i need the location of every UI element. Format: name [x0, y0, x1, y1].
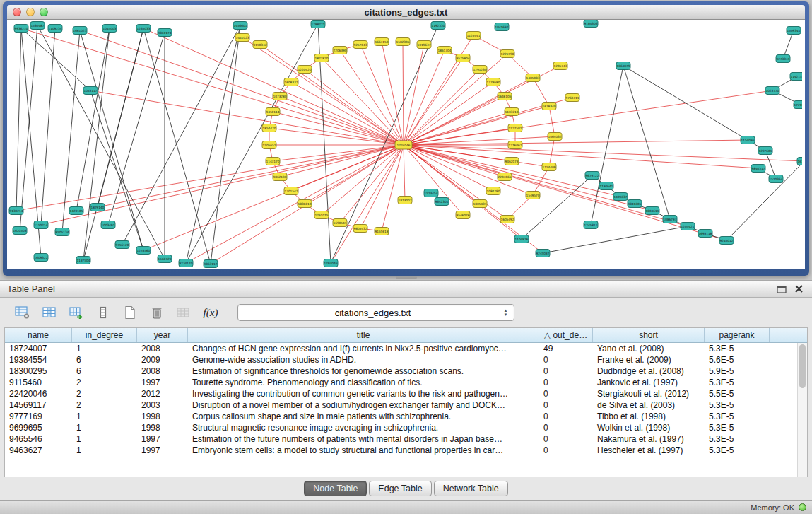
network-hub-node[interactable]: 1724046: [395, 141, 412, 149]
network-node[interactable]: 9245012: [719, 237, 734, 245]
network-node[interactable]: 1297601: [758, 147, 772, 155]
network-node[interactable]: 1245811: [584, 221, 598, 229]
table-import-icon[interactable]: [66, 303, 86, 322]
network-node[interactable]: 1137504: [76, 257, 90, 264]
tab-edge-table[interactable]: Edge Table: [369, 481, 431, 496]
network-node[interactable]: 1788221: [311, 21, 325, 28]
network-node[interactable]: 9234170: [179, 259, 193, 267]
network-node[interactable]: 1513454: [424, 189, 438, 197]
network-node[interactable]: 1693118: [698, 230, 712, 238]
column-header-name[interactable]: name: [5, 328, 72, 342]
network-node[interactable]: 1265033: [136, 25, 151, 33]
network-node[interactable]: 1184641: [599, 182, 613, 190]
network-node[interactable]: 1841692: [495, 23, 509, 31]
network-window-titlebar[interactable]: citations_edges.txt: [7, 5, 805, 20]
network-node[interactable]: 1582305: [396, 38, 410, 46]
network-node[interactable]: 9184306: [584, 20, 598, 28]
column-header-short[interactable]: short: [593, 328, 705, 342]
network-node[interactable]: 1019637: [417, 41, 431, 49]
column-header-year[interactable]: year: [137, 328, 188, 342]
network-node[interactable]: 9257043: [353, 41, 367, 49]
network-node[interactable]: 1073280: [273, 93, 287, 100]
network-node[interactable]: 1064032: [548, 133, 562, 141]
network-node[interactable]: 1104926: [514, 235, 529, 243]
network-selector-dropdown[interactable]: citations_edges.txt ▲▼: [237, 304, 514, 321]
network-node[interactable]: 1661023: [73, 27, 87, 35]
network-node[interactable]: 9150342: [253, 41, 267, 49]
float-panel-icon[interactable]: [775, 283, 788, 296]
network-node[interactable]: 1677520: [797, 158, 802, 165]
function-builder-icon[interactable]: f(x): [201, 303, 220, 322]
table-row[interactable]: 1938455462009Genome-wide association stu…: [5, 354, 807, 366]
network-node[interactable]: 1861304: [437, 47, 452, 54]
network-node[interactable]: 1509341: [787, 27, 801, 35]
network-node[interactable]: 9462073: [505, 158, 519, 165]
network-node[interactable]: 9679122: [585, 172, 599, 180]
network-node[interactable]: 9863112: [204, 260, 218, 268]
scrollbar-thumb[interactable]: [799, 344, 806, 388]
network-canvas[interactable]: 1724046915561896054321690541126101518366…: [7, 20, 805, 269]
network-node[interactable]: 1045003: [102, 25, 117, 33]
network-node[interactable]: 9605432: [353, 225, 367, 233]
network-node[interactable]: 1620503: [13, 227, 27, 235]
minimize-window-icon[interactable]: [26, 8, 35, 16]
network-node[interactable]: 1154409: [542, 163, 556, 171]
network-node[interactable]: 1291230: [473, 66, 487, 74]
close-panel-icon[interactable]: [792, 283, 805, 296]
zoom-window-icon[interactable]: [40, 8, 48, 16]
network-node[interactable]: 1646106: [498, 93, 512, 100]
tab-node-table[interactable]: Node Table: [304, 481, 367, 496]
network-node[interactable]: 1778680: [486, 78, 500, 86]
network-node[interactable]: 9273341: [776, 55, 790, 63]
network-node[interactable]: 1216062: [508, 141, 522, 149]
network-node[interactable]: 1103210: [505, 108, 519, 116]
network-node[interactable]: 1084790: [486, 187, 500, 195]
table-row[interactable]: 1872400712008Changes of HCN gene express…: [5, 343, 807, 354]
delete-table-icon[interactable]: [147, 303, 167, 322]
network-node[interactable]: 1679340: [542, 103, 556, 110]
network-canvas-svg[interactable]: 1724046915561896054321690541126101518366…: [7, 20, 802, 269]
network-node[interactable]: 1003491: [101, 221, 115, 229]
new-table-icon[interactable]: [120, 303, 140, 322]
network-node[interactable]: 1701542: [284, 187, 298, 195]
table-disabled-icon[interactable]: [174, 303, 194, 322]
network-node[interactable]: 1278560: [136, 247, 151, 255]
network-node[interactable]: 9155618: [375, 228, 389, 235]
table-row[interactable]: 946554611997Estimation of the future num…: [5, 433, 807, 445]
network-node[interactable]: 1142153: [790, 73, 802, 81]
network-node[interactable]: 1605492: [500, 216, 514, 223]
table-vertical-scrollbar[interactable]: [797, 343, 807, 477]
network-node[interactable]: 1608332: [284, 78, 298, 86]
network-node[interactable]: 1409237: [613, 193, 628, 201]
network-node[interactable]: 1664150: [375, 38, 389, 46]
network-node[interactable]: 9245032: [536, 250, 550, 257]
network-node[interactable]: 9936210: [14, 25, 28, 33]
network-node[interactable]: 1205743: [553, 62, 567, 70]
table-settings-icon[interactable]: [13, 303, 33, 322]
network-node[interactable]: 1053117: [83, 87, 98, 95]
column-header-pagerank[interactable]: pagerank: [705, 328, 770, 342]
table-row[interactable]: 2242004622012Investigating the contribut…: [5, 388, 807, 399]
network-node[interactable]: 9575904: [456, 54, 470, 62]
column-header-title[interactable]: title: [188, 328, 539, 342]
network-node[interactable]: 1549570: [526, 192, 540, 199]
network-node[interactable]: 1805431: [473, 200, 487, 208]
network-node[interactable]: 1804611: [645, 207, 659, 215]
network-node[interactable]: 1530487: [30, 22, 45, 30]
network-node[interactable]: 1527581: [508, 124, 522, 132]
table-row[interactable]: 1456911722003Disruption of a novel membe…: [5, 399, 807, 411]
network-node[interactable]: 2204065: [498, 173, 512, 181]
network-node[interactable]: 1023770: [765, 87, 779, 95]
table-row[interactable]: 1830029562008Estimation of significance …: [5, 366, 807, 377]
close-window-icon[interactable]: [13, 8, 21, 16]
network-node[interactable]: 1829140: [90, 204, 105, 211]
network-node[interactable]: 9760411: [565, 94, 579, 102]
network-node[interactable]: 1086793: [663, 216, 677, 223]
tab-network-table[interactable]: Network Table: [434, 481, 508, 496]
network-node[interactable]: 9862190: [273, 173, 287, 181]
column-header-in_degree[interactable]: in_degree: [72, 328, 137, 342]
network-node[interactable]: 1836610: [298, 200, 312, 208]
network-node[interactable]: 1109234: [48, 25, 62, 33]
network-node[interactable]: 9840317: [751, 165, 765, 173]
network-node[interactable]: 9505134: [55, 228, 69, 236]
